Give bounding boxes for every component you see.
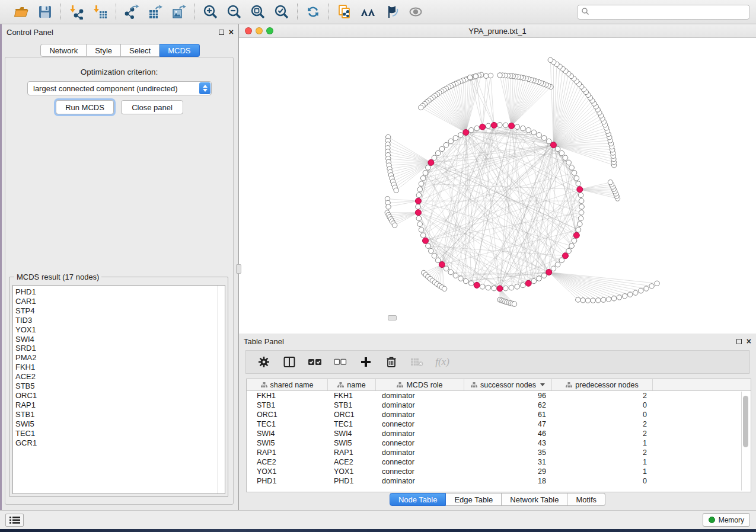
table-toolbar: f(x) <box>245 350 750 374</box>
table-row[interactable]: STB1STB1dominator620 <box>247 400 751 410</box>
table-row[interactable]: PHD1PHD1dominator180 <box>247 476 751 486</box>
apply-layout-icon[interactable] <box>305 4 321 20</box>
table-row[interactable]: RAP1RAP1dominator352 <box>247 448 751 457</box>
mcds-result-item[interactable]: SWI5 <box>15 419 218 429</box>
mcds-result-item[interactable]: PMA2 <box>15 353 218 363</box>
function-builder-icon: f(x) <box>435 355 449 369</box>
node-table[interactable]: shared namenameMCDS rolesuccessor nodesp… <box>246 379 751 492</box>
cell-name: YOX1 <box>328 467 376 476</box>
cell-predecessor-nodes: 1 <box>552 467 653 476</box>
column-header-shared-name[interactable]: shared name <box>247 379 328 390</box>
mcds-result-item[interactable]: RAP1 <box>15 400 218 410</box>
close-window-icon[interactable] <box>245 27 252 34</box>
network-titlebar[interactable]: YPA_prune.txt_1 <box>239 24 756 38</box>
criterion-select[interactable]: largest connected component (undirected) <box>27 81 212 95</box>
deselect-all-icon[interactable] <box>333 355 347 369</box>
select-all-icon[interactable] <box>308 355 322 369</box>
zoom-selected-icon[interactable] <box>273 4 290 20</box>
table-tabs: Node TableEdge TableNetwork TableMotifs <box>239 493 756 506</box>
zoom-in-icon[interactable] <box>202 4 219 20</box>
import-table-icon[interactable] <box>92 4 109 20</box>
search-input[interactable] <box>589 8 746 17</box>
horizontal-splitter-grip[interactable] <box>388 315 397 321</box>
control-panel-title: Control Panel <box>7 28 219 37</box>
mcds-result-item[interactable]: GCR1 <box>15 438 218 448</box>
column-header-name[interactable]: name <box>328 379 376 390</box>
mcds-result-item[interactable]: PHD1 <box>15 287 218 297</box>
mcds-result-item[interactable]: ORC1 <box>15 391 218 400</box>
show-all-icon[interactable] <box>407 4 424 20</box>
memory-button[interactable]: Memory <box>703 513 750 527</box>
mcds-result-item[interactable]: FKH1 <box>15 363 218 372</box>
table-row[interactable]: ACE2ACE2connector311 <box>247 457 751 467</box>
search-box[interactable] <box>577 5 750 20</box>
mcds-result-item[interactable]: SRD1 <box>15 344 218 353</box>
import-network-icon[interactable] <box>68 4 85 20</box>
delete-table-icon <box>410 355 424 369</box>
vertical-splitter-grip[interactable] <box>236 264 241 274</box>
memory-status-icon <box>709 517 715 523</box>
table-row[interactable]: FKH1FKH1dominator962 <box>247 391 751 400</box>
show-panel-list-button[interactable] <box>5 514 24 527</box>
cell-shared-name: FKH1 <box>247 392 328 400</box>
close-table-panel-icon[interactable]: × <box>747 338 751 344</box>
tab-style[interactable]: Style <box>87 44 121 57</box>
criterion-value: largest connected component (undirected) <box>33 84 178 93</box>
minimize-window-icon[interactable] <box>256 27 263 34</box>
tab-mcds[interactable]: MCDS <box>160 44 199 57</box>
new-network-from-selection-icon[interactable] <box>336 4 353 20</box>
table-row[interactable]: YOX1YOX1connector291 <box>247 467 751 476</box>
table-scrollbar[interactable] <box>741 392 748 491</box>
zoom-out-icon[interactable] <box>226 4 243 20</box>
table-row[interactable]: ORC1ORC1dominator610 <box>247 410 751 419</box>
mcds-result-list[interactable]: PHD1CAR1STP4TID3YOX1SWI4SRD1PMA2FKH1ACE2… <box>12 285 225 494</box>
mcds-result-item[interactable]: TEC1 <box>15 429 218 438</box>
delete-columns-icon[interactable] <box>384 355 398 369</box>
desktop-strip-bottom <box>0 529 756 532</box>
column-header-successor-nodes[interactable]: successor nodes <box>464 379 552 390</box>
table-mode-icon[interactable] <box>257 355 271 369</box>
tab-network[interactable]: Network <box>40 44 87 57</box>
tab-motifs[interactable]: Motifs <box>567 493 605 506</box>
tab-select[interactable]: Select <box>121 44 160 57</box>
mcds-result-item[interactable]: ACE2 <box>15 372 218 382</box>
cell-successor-nodes: 43 <box>464 439 552 447</box>
mcds-result-item[interactable]: STB5 <box>15 382 218 391</box>
run-mcds-button[interactable]: Run MCDS <box>56 100 114 114</box>
export-image-icon[interactable] <box>171 4 187 20</box>
tab-edge-table[interactable]: Edge Table <box>446 493 502 506</box>
zoom-window-icon[interactable] <box>266 27 273 34</box>
close-panel-icon[interactable]: × <box>229 29 234 35</box>
column-header-MCDS-role[interactable]: MCDS role <box>376 379 464 390</box>
hide-selected-icon[interactable] <box>384 4 400 20</box>
export-table-icon[interactable] <box>147 4 164 20</box>
tab-network-table[interactable]: Network Table <box>502 493 567 506</box>
column-header-predecessor-nodes[interactable]: predecessor nodes <box>552 379 653 390</box>
table-row[interactable]: TEC1TEC1connector472 <box>247 419 751 429</box>
first-neighbors-icon[interactable] <box>360 4 377 20</box>
mcds-result-item[interactable]: TID3 <box>15 316 218 325</box>
table-row[interactable]: SWI4SWI4dominator462 <box>247 429 751 438</box>
mcds-result-item[interactable]: CAR1 <box>15 297 218 306</box>
close-panel-button[interactable]: Close panel <box>121 100 183 114</box>
show-columns-icon[interactable] <box>282 355 296 369</box>
tab-node-table[interactable]: Node Table <box>390 493 446 506</box>
export-network-icon[interactable] <box>123 4 140 20</box>
mcds-result-item[interactable]: STP4 <box>15 306 218 316</box>
table-scrollbar-thumb[interactable] <box>743 396 748 447</box>
result-scrollbar[interactable] <box>218 286 225 493</box>
float-table-panel-icon[interactable] <box>736 339 742 344</box>
mcds-result-item[interactable]: SWI4 <box>15 335 218 344</box>
cell-shared-name: ACE2 <box>247 458 328 466</box>
control-panel-tabs: NetworkStyleSelectMCDS <box>2 44 238 57</box>
network-canvas[interactable] <box>239 38 756 331</box>
zoom-fit-icon[interactable] <box>250 4 266 20</box>
open-session-icon[interactable] <box>13 4 30 20</box>
mcds-result-item[interactable]: STB1 <box>15 410 218 419</box>
save-session-icon[interactable] <box>37 4 53 20</box>
cytoscape-app: Control Panel × NetworkStyleSelectMCDS O… <box>0 0 756 532</box>
new-column-icon[interactable] <box>359 355 373 369</box>
table-row[interactable]: SWI5SWI5connector431 <box>247 438 751 448</box>
float-panel-icon[interactable] <box>219 30 224 35</box>
mcds-result-item[interactable]: YOX1 <box>15 325 218 335</box>
